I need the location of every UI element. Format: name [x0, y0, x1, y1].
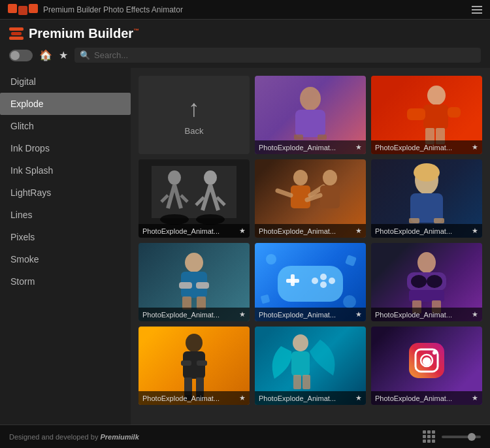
menu-button[interactable]: [472, 6, 482, 14]
thumbnail-4[interactable]: PhotoExplode_Animat... ★: [255, 159, 366, 238]
sidebar-item-lightrays[interactable]: LightRays: [0, 182, 131, 204]
thumb-star-7[interactable]: ★: [355, 310, 362, 319]
sidebar-item-lines[interactable]: Lines: [0, 204, 131, 226]
thumb-label-7: PhotoExplode_Animat... ★: [255, 308, 366, 321]
search-icon: 🔍: [80, 50, 90, 60]
back-label: Back: [185, 126, 204, 136]
svg-point-23: [196, 214, 225, 225]
app-icon: [8, 4, 38, 15]
main: Digital Explode Glitch Ink Drops Ink Spl…: [0, 68, 490, 424]
thumb-star-6[interactable]: ★: [239, 310, 246, 319]
svg-point-36: [185, 253, 203, 272]
thumb-star-8[interactable]: ★: [472, 310, 478, 319]
thumbnail-9[interactable]: PhotoExplode_Animat... ★: [139, 327, 250, 405]
thumb-label-8: PhotoExplode_Animat... ★: [371, 308, 482, 321]
thumb-label-4: PhotoExplode_Animat... ★: [255, 224, 366, 238]
thumb-label-1: PhotoExplode_Animat... ★: [255, 140, 366, 154]
back-button[interactable]: ↑ Back: [139, 76, 250, 154]
header: Premium Builder™ 🏠 ★ 🔍: [0, 20, 490, 68]
svg-point-60: [186, 334, 203, 352]
svg-rect-7: [448, 107, 461, 118]
thumb-star-3[interactable]: ★: [239, 227, 246, 235]
toggle-switch[interactable]: [9, 50, 33, 61]
svg-rect-51: [345, 255, 357, 266]
footer-brand: Premiumilk: [100, 433, 139, 441]
svg-rect-70: [293, 375, 301, 389]
thumb-star-9[interactable]: ★: [239, 394, 246, 402]
svg-point-28: [323, 170, 337, 185]
svg-rect-71: [302, 375, 310, 389]
sidebar-item-digital[interactable]: Digital: [0, 71, 131, 93]
svg-point-32: [414, 163, 440, 182]
logo-title: Premium Builder™: [29, 26, 139, 41]
svg-point-53: [417, 252, 436, 273]
svg-point-24: [293, 170, 308, 185]
svg-point-74: [433, 351, 436, 355]
svg-rect-69: [291, 351, 310, 376]
svg-point-22: [160, 214, 189, 225]
zoom-slider[interactable]: [442, 436, 481, 438]
sidebar-item-pixels[interactable]: Pixels: [0, 226, 131, 248]
sidebar-item-storm[interactable]: Storm: [0, 270, 131, 293]
thumbnail-2[interactable]: PhotoExplode_Animat... ★: [371, 76, 482, 154]
thumb-star-5[interactable]: ★: [472, 227, 478, 235]
svg-point-12: [168, 170, 181, 185]
sidebar-item-smoke[interactable]: Smoke: [0, 248, 131, 270]
sidebar-item-explode[interactable]: Explode: [0, 93, 131, 115]
svg-rect-52: [261, 295, 270, 304]
thumbnail-10[interactable]: PhotoExplode_Animat... ★: [255, 327, 366, 405]
home-icon[interactable]: 🏠: [39, 49, 52, 61]
svg-point-73: [421, 355, 433, 366]
svg-rect-57: [409, 290, 444, 302]
svg-rect-6: [407, 108, 425, 120]
svg-line-26: [278, 191, 291, 195]
svg-rect-38: [179, 282, 192, 289]
footer-credit: Designed and developed by Premiumilk: [9, 433, 139, 441]
svg-rect-63: [197, 360, 207, 366]
thumb-star-10[interactable]: ★: [355, 394, 362, 402]
thumbnail-8[interactable]: PhotoExplode_Animat... ★: [371, 243, 482, 321]
svg-rect-11: [152, 166, 237, 218]
svg-rect-62: [181, 360, 191, 366]
thumbnail-1[interactable]: PhotoExplode_Animat... ★: [255, 76, 366, 154]
title-bar: Premium Builder Photo Effects Animator: [0, 0, 490, 20]
search-input[interactable]: [94, 50, 476, 60]
thumbnail-grid: ↑ Back PhotoExplode_Animat... ★: [139, 76, 482, 405]
back-arrow-icon: ↑: [188, 95, 200, 122]
title-bar-text: Premium Builder Photo Effects Animator: [43, 5, 183, 14]
thumb-star-2[interactable]: ★: [472, 143, 478, 152]
sidebar: Digital Explode Glitch Ink Drops Ink Spl…: [0, 68, 131, 424]
svg-rect-44: [286, 279, 299, 283]
thumb-label-9: PhotoExplode_Animat... ★: [139, 391, 250, 405]
svg-rect-3: [318, 135, 327, 140]
thumb-star-11[interactable]: ★: [472, 394, 478, 402]
svg-point-45: [320, 274, 327, 280]
svg-point-50: [343, 295, 356, 308]
thumbnail-11[interactable]: ● PhotoExplode_Animat... ★: [371, 327, 482, 405]
thumbnail-5[interactable]: PhotoExplode_Animat... ★: [371, 159, 482, 238]
thumbnail-7[interactable]: PhotoExplode_Animat... ★: [255, 243, 366, 321]
thumb-label-5: PhotoExplode_Animat... ★: [371, 224, 482, 238]
thumb-star-1[interactable]: ★: [355, 143, 362, 152]
grid-view-icon[interactable]: [423, 430, 435, 443]
sidebar-item-ink-splash[interactable]: Ink Splash: [0, 159, 131, 182]
svg-point-46: [329, 278, 335, 284]
sidebar-item-ink-drops[interactable]: Ink Drops: [0, 137, 131, 159]
thumb-label-10: PhotoExplode_Animat... ★: [255, 391, 366, 405]
svg-rect-2: [294, 135, 303, 140]
svg-point-17: [204, 170, 217, 185]
logo-icon: [9, 27, 24, 40]
thumbnail-6[interactable]: PhotoExplode_Animat... ★: [139, 243, 250, 321]
svg-point-68: [293, 334, 308, 351]
sidebar-item-glitch[interactable]: Glitch: [0, 115, 131, 137]
svg-rect-5: [423, 104, 448, 129]
thumb-star-4[interactable]: ★: [355, 227, 362, 235]
svg-rect-34: [409, 218, 419, 223]
svg-point-56: [427, 275, 442, 288]
thumb-label-2: PhotoExplode_Animat... ★: [371, 140, 482, 154]
thumb-label-6: PhotoExplode_Animat... ★: [139, 308, 250, 321]
star-icon[interactable]: ★: [59, 49, 68, 61]
thumbnail-3[interactable]: PhotoExplode_Animat... ★: [139, 159, 250, 238]
svg-point-48: [312, 278, 318, 284]
svg-point-0: [300, 87, 321, 110]
